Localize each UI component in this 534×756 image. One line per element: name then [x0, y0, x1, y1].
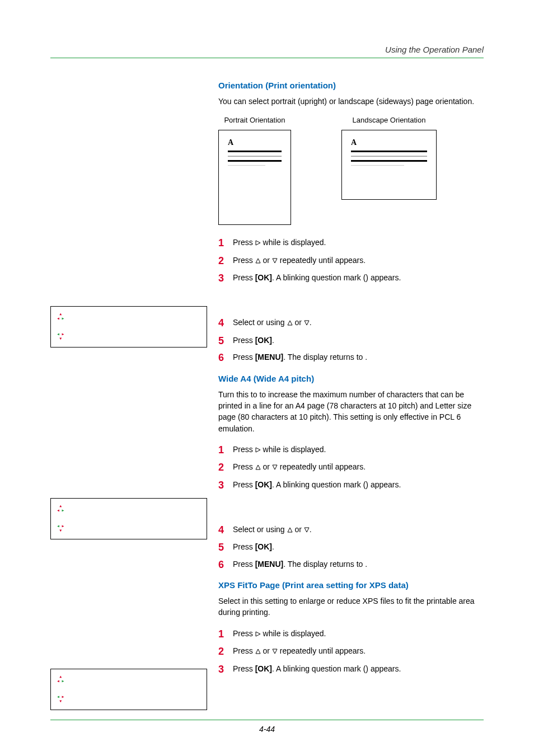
t: Press [233, 238, 255, 247]
line [351, 151, 427, 152]
nav-arrows-icon: ▴◂▸ [57, 504, 65, 513]
right-triangle-icon [255, 444, 261, 456]
section2-intro: Turn this to to increase the maximum num… [218, 389, 484, 434]
lcd-row: ▴◂▸ [51, 499, 207, 519]
t: appears. [335, 256, 366, 265]
nav-arrows-icon: ◂▸▾ [57, 695, 65, 704]
menu-key: [MENU] [255, 560, 284, 569]
t: or [293, 318, 304, 327]
t: or [261, 646, 272, 655]
t: Press [233, 629, 255, 638]
up-triangle-icon [287, 524, 293, 536]
t: or [261, 256, 272, 265]
t: Press [233, 353, 255, 361]
t: while [261, 445, 283, 454]
nav-arrows-icon: ▴◂▸ [57, 312, 65, 321]
t: or [257, 318, 266, 327]
t: ) appears. [366, 480, 401, 489]
step: Press [OK]. [218, 541, 484, 553]
svg-marker-2 [273, 259, 277, 263]
nav-arrows-icon: ◂▸▾ [57, 332, 65, 341]
step: Press [MENU]. The display returns to . [218, 351, 484, 363]
t: appears. [335, 646, 366, 655]
t: ) appears. [366, 664, 401, 673]
step: Press [OK]. A blinking question mark () … [218, 663, 484, 675]
portrait-a: A [228, 138, 282, 147]
t: ) appears. [366, 273, 401, 282]
svg-marker-7 [273, 465, 277, 469]
section3-steps: Press while is displayed. Press or repea… [218, 627, 484, 675]
step: Press while is displayed. [218, 236, 484, 249]
t: Press [233, 480, 255, 489]
line [351, 165, 404, 166]
t: appears. [335, 462, 366, 471]
footer-rule [50, 720, 484, 720]
t: . The display returns to [283, 560, 365, 569]
section1-intro: You can select portrait (upright) or lan… [218, 96, 484, 107]
t: Press [233, 445, 255, 454]
svg-marker-6 [256, 465, 260, 469]
header-rule [50, 58, 484, 58]
step: Press [OK]. A blinking question mark () … [218, 271, 484, 284]
svg-marker-8 [288, 528, 292, 532]
t: or [261, 462, 272, 471]
footer: 4-44 [0, 720, 534, 734]
t: . A blinking question mark ( [272, 273, 366, 282]
t: Select [233, 525, 257, 534]
down-triangle-icon [304, 317, 310, 329]
step: Select or using or . [218, 316, 484, 329]
landscape-label: Landscape Orientation [353, 116, 426, 124]
lcd-display-2: ▴◂▸ ◂▸▾ [50, 498, 207, 539]
header: Using the Operation Panel [50, 45, 484, 58]
t: repeatedly until [278, 256, 335, 265]
section1-steps: Press while is displayed. Press or repea… [218, 236, 484, 284]
content: Orientation (Print orientation) You can … [218, 81, 484, 675]
section3-intro: Select in this setting to enlarge or red… [218, 595, 484, 618]
t: repeatedly until [278, 646, 335, 655]
down-triangle-icon [272, 255, 278, 267]
t: using [266, 318, 287, 327]
t: repeatedly until [278, 462, 335, 471]
down-triangle-icon [272, 645, 278, 658]
line [228, 165, 265, 166]
step: Press or repeatedly until appears. [218, 645, 484, 658]
t: Select [233, 318, 257, 327]
step: Press [OK]. [218, 334, 484, 346]
t: . A blinking question mark ( [272, 480, 366, 489]
right-triangle-icon [255, 628, 261, 640]
up-triangle-icon [255, 461, 261, 473]
step: Press while is displayed. [218, 443, 484, 456]
landscape-column: Landscape Orientation A [341, 116, 437, 225]
t: is displayed. [283, 445, 326, 454]
line [351, 160, 427, 162]
svg-marker-11 [256, 649, 260, 654]
down-triangle-icon [272, 461, 278, 473]
t: Press [233, 336, 255, 345]
ok-key: [OK] [255, 664, 272, 673]
portrait-page-icon: A [218, 130, 291, 225]
ok-key: [OK] [255, 480, 272, 489]
ok-key: [OK] [255, 336, 272, 345]
ok-key: [OK] [255, 273, 272, 282]
step: Press or repeatedly until appears. [218, 461, 484, 473]
right-triangle-icon [255, 237, 261, 249]
t: while [261, 629, 283, 638]
menu-key: [MENU] [255, 353, 284, 361]
t: . [365, 353, 367, 361]
up-triangle-icon [287, 317, 293, 329]
t: or [293, 525, 304, 534]
header-title: Using the Operation Panel [50, 45, 484, 58]
line [351, 156, 427, 157]
up-triangle-icon [255, 255, 261, 267]
t: is displayed. [283, 629, 326, 638]
lcd-display-1: ▴◂▸ ◂▸▾ [50, 306, 207, 348]
t: . [310, 525, 312, 534]
section2-heading: Wide A4 (Wide A4 pitch) [218, 374, 484, 383]
t: Press [233, 646, 255, 655]
section2-steps: Press while is displayed. Press or repea… [218, 443, 484, 491]
t: Press [233, 462, 255, 471]
page: Using the Operation Panel Orientation (P… [0, 0, 534, 756]
svg-marker-12 [273, 649, 277, 654]
t: . A blinking question mark ( [272, 664, 366, 673]
page-number: 4-44 [0, 725, 534, 734]
